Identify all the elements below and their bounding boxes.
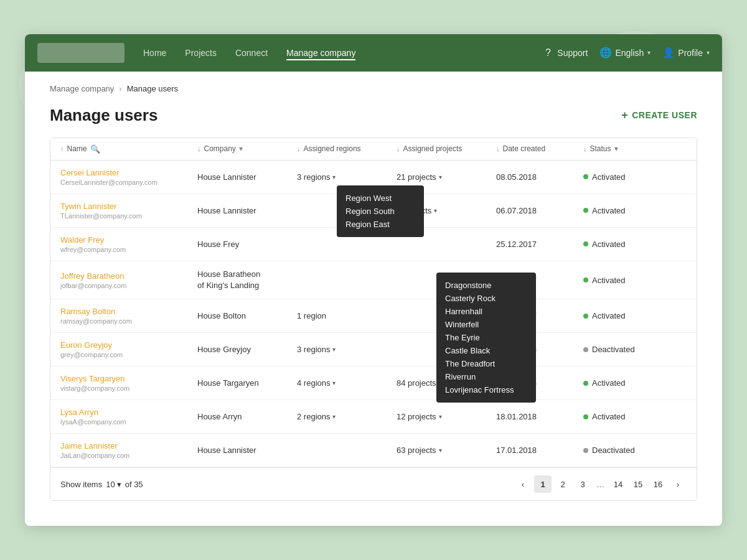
user-name-8[interactable]: Jaime Lannister	[60, 441, 197, 450]
user-name-2[interactable]: Walder Frey	[60, 235, 197, 245]
projects-sort-icon[interactable]: ↓	[397, 145, 400, 152]
projects-dropdown-8[interactable]: 63 projects ▾	[397, 446, 442, 455]
status-dot-0	[583, 174, 588, 179]
prev-page-button[interactable]: ‹	[514, 475, 532, 493]
nav-projects[interactable]: Projects	[185, 45, 217, 60]
project-item-4: The Eyrie	[445, 331, 527, 344]
regions-sort-icon[interactable]: ↓	[297, 145, 301, 152]
create-user-button[interactable]: + CREATE USER	[621, 109, 697, 122]
date-8: 17.01.2018	[496, 446, 583, 455]
col-projects-header: ↓ Assigned projects	[397, 144, 496, 153]
user-name-4[interactable]: Ramsay Bolton	[60, 307, 197, 316]
language-nav[interactable]: 🌐 English ▾	[600, 47, 651, 58]
company-filter-icon[interactable]: ▾	[239, 144, 243, 153]
status-label-0: Activated	[592, 172, 625, 182]
region-item-1: Region South	[345, 205, 415, 218]
project-item-5: Castle Black	[445, 344, 527, 357]
regions-dropdown-7[interactable]: 2 regions ▾	[297, 412, 336, 421]
user-name-3[interactable]: Joffrey Baratheon	[60, 271, 197, 281]
profile-nav[interactable]: 👤 Profile ▾	[663, 47, 710, 58]
projects-arrow-7: ▾	[439, 413, 442, 420]
items-per-page-select[interactable]: 10 ▾	[106, 480, 121, 489]
nav-manage-company[interactable]: Manage company	[286, 45, 355, 60]
status-7: Activated	[583, 412, 658, 421]
status-label-2: Activated	[592, 240, 625, 249]
project-item-2: Harrenhall	[445, 305, 527, 318]
project-item-6: The Dreadfort	[445, 357, 527, 370]
status-2: Activated	[583, 240, 658, 249]
show-items: Show items 10 ▾ of 35	[60, 480, 143, 489]
projects-dropdown-7[interactable]: 12 projects ▾	[397, 412, 442, 421]
name-sort-up-icon[interactable]: ↑	[60, 145, 64, 152]
nav-right: ? Support 🌐 English ▾ 👤 Profile ▾	[542, 47, 710, 58]
user-cell-8: Jaime Lannister JaiLan@company.com	[60, 441, 197, 459]
table-row: Viserys Targaryen vistarg@company.com Ho…	[50, 366, 697, 400]
status-sort-icon[interactable]: ↓	[583, 145, 587, 152]
profile-icon: 👤	[663, 47, 674, 58]
company-0: House Lannister	[197, 172, 297, 182]
regions-6: 4 regions ▾	[297, 378, 397, 388]
regions-arrow-5: ▾	[332, 346, 336, 353]
regions-dropdown-6[interactable]: 4 regions ▾	[297, 378, 336, 388]
status-1: Activated	[583, 206, 658, 215]
user-name-7[interactable]: Lysa Arryn	[60, 408, 197, 417]
nav-home[interactable]: Home	[143, 45, 166, 60]
regions-0: 3 regions ▾ Region West Region South Reg…	[297, 172, 397, 182]
page-header: Manage users + CREATE USER	[50, 106, 697, 125]
col-name-header: ↑ Name 🔍	[60, 144, 197, 154]
status-dot-4	[583, 314, 588, 319]
status-label-3: Activated	[592, 276, 625, 285]
page-1-button[interactable]: 1	[534, 475, 552, 493]
user-name-1[interactable]: Tywin Lannister	[60, 202, 197, 211]
logo	[37, 43, 125, 63]
col-regions-label: Assigned regions	[304, 144, 361, 153]
outer-background: Home Projects Connect Manage company ? S…	[0, 0, 747, 560]
col-company-label: Company	[204, 144, 236, 153]
projects-dropdown-6[interactable]: 84 projects ▾	[397, 378, 442, 388]
page-body: Manage company › Manage users Manage use…	[25, 72, 722, 526]
page-16-button[interactable]: 16	[649, 475, 667, 493]
user-name-5[interactable]: Euron Greyjoy	[60, 340, 197, 350]
support-nav[interactable]: ? Support	[542, 47, 588, 58]
next-page-button[interactable]: ›	[669, 475, 687, 493]
company-sort-icon[interactable]: ↓	[197, 145, 201, 152]
question-icon: ?	[542, 47, 553, 58]
status-dot-2	[583, 241, 588, 246]
user-cell-3: Joffrey Baratheon jofbar@company.com	[60, 271, 197, 289]
user-cell-7: Lysa Arryn lysaA@company.com	[60, 408, 197, 426]
nav-connect[interactable]: Connect	[235, 45, 268, 60]
project-item-3: Winterfell	[445, 318, 527, 331]
status-4: Activated	[583, 311, 658, 320]
status-dot-1	[583, 208, 588, 213]
projects-0: 21 projects ▾ Dragonstone Casterly Rock …	[397, 172, 496, 182]
page-14-button[interactable]: 14	[609, 475, 627, 493]
projects-arrow-8: ▾	[439, 447, 442, 454]
show-items-label: Show items	[60, 480, 102, 489]
user-email-1: TLannister@company.com	[60, 212, 197, 220]
date-7: 18.01.2018	[496, 412, 583, 421]
user-name-6[interactable]: Viserys Targaryen	[60, 374, 197, 383]
projects-dropdown-0[interactable]: 21 projects ▾	[397, 172, 442, 182]
status-label-7: Activated	[592, 412, 625, 421]
name-search-icon[interactable]: 🔍	[90, 144, 100, 154]
status-label-1: Activated	[592, 206, 625, 215]
status-8: Deactivated	[583, 446, 658, 455]
user-email-6: vistarg@company.com	[60, 385, 197, 392]
page-15-button[interactable]: 15	[629, 475, 647, 493]
breadcrumb-parent[interactable]: Manage company	[50, 84, 114, 93]
status-5: Deactivated	[583, 345, 658, 354]
col-name-label: Name	[67, 144, 87, 153]
regions-dropdown-0[interactable]: 3 regions ▾	[297, 172, 336, 182]
profile-chevron: ▾	[707, 49, 710, 56]
status-filter-icon[interactable]: ▾	[614, 144, 618, 153]
col-regions-header: ↓ Assigned regions	[297, 144, 397, 153]
regions-dropdown-5[interactable]: 3 regions ▾	[297, 345, 336, 354]
user-email-0: CerseiLannister@company.com	[60, 179, 197, 186]
page-2-button[interactable]: 2	[554, 475, 571, 493]
date-sort-icon[interactable]: ↓	[496, 145, 500, 152]
top-nav: Home Projects Connect Manage company ? S…	[25, 34, 722, 72]
page-3-button[interactable]: 3	[574, 475, 591, 493]
project-item-7: Riverrun	[445, 370, 527, 383]
nav-links: Home Projects Connect Manage company	[143, 45, 542, 60]
user-name-0[interactable]: Cersei Lannister	[60, 168, 197, 177]
